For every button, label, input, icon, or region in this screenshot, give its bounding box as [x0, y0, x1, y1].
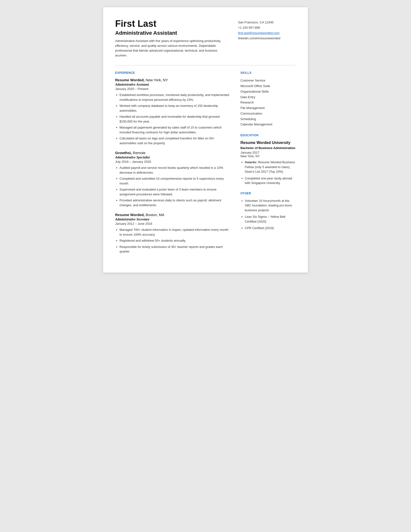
candidate-summary: Administrative Assistant with five years… — [115, 38, 228, 58]
other-bullets: Volunteer 10 hours/month at the ABC foun… — [240, 199, 296, 230]
edu-location: New York, NY — [240, 154, 296, 158]
job-block-2: Growthsi, Remote Administrative Speciali… — [115, 151, 231, 207]
job-1-bullets: Established workflow processes, monitore… — [115, 93, 231, 145]
bullet-item: Supervised and evaluated a junior team o… — [115, 187, 231, 197]
top-left: First Last Administrative Assistant Admi… — [115, 19, 238, 58]
bullet-item: Completed and submitted 10 comprehensive… — [115, 176, 231, 186]
edu-bullets: Awards: Resume Worded Business Fellow (o… — [240, 160, 296, 185]
linkedin: linkedin.com/in/resumeworded — [238, 36, 296, 41]
bullet-item: Provided administrative services daily t… — [115, 198, 231, 207]
job-3-dates: January 2012 – June 2016 — [115, 222, 231, 226]
skill-item: Organizational Skills — [240, 89, 296, 95]
bullet-item: Audited payroll and service record books… — [115, 165, 231, 175]
job-1-title: Administrative Assistant — [115, 83, 231, 86]
other-bullet-1: Volunteer 10 hours/month at the ABC foun… — [240, 199, 296, 213]
job-3-bullets: Managed 700+ student information in Aspe… — [115, 228, 231, 254]
edu-school: Resume Worded University — [240, 140, 296, 145]
bullet-item: Calculated all taxes on tags and complet… — [115, 136, 231, 145]
job-3-company-line: Resume Worded, Boston, MA — [115, 213, 231, 217]
address: San Francisco, CA 12345 — [238, 20, 296, 25]
skill-item: Communication — [240, 111, 296, 116]
job-block-3: Resume Worded, Boston, MA Administrative… — [115, 213, 231, 254]
job-1-company-rest: New York, NY — [145, 78, 168, 82]
skills-section-title: SKILLS — [240, 71, 296, 75]
job-2-dates: July 2016 – January 2020 — [115, 160, 231, 163]
skill-item: Data Entry — [240, 95, 296, 100]
edu-date: January 2017 — [240, 151, 296, 154]
skill-item: Customer Service — [240, 78, 296, 84]
job-1-company-line: Resume Worded, New York, NY — [115, 78, 231, 82]
other-section: OTHER Volunteer 10 hours/month at the AB… — [240, 192, 296, 230]
job-2-bullets: Audited payroll and service record books… — [115, 165, 231, 207]
skills-section: SKILLS Customer Service Microsoft Office… — [240, 71, 296, 127]
job-1-company: Resume Worded, — [115, 78, 145, 82]
job-3-company: Resume Worded, — [115, 213, 145, 217]
skills-list: Customer Service Microsoft Office Suite … — [240, 78, 296, 127]
candidate-name: First Last — [115, 19, 228, 29]
experience-section-title: EXPERIENCE — [115, 71, 231, 75]
education-section: EDUCATION Resume Worded University Bache… — [240, 133, 296, 185]
skill-item: Microsoft Office Suite — [240, 84, 296, 89]
edu-bullet-1-bold: Awards: — [245, 160, 257, 164]
bullet-item: Worked with company database to keep an … — [115, 104, 231, 113]
job-2-company-line: Growthsi, Remote — [115, 151, 231, 155]
other-section-title: OTHER — [240, 192, 296, 195]
candidate-title: Administrative Assistant — [115, 30, 228, 36]
skill-item: File Management — [240, 105, 296, 111]
edu-bullet-1: Awards: Resume Worded Business Fellow (o… — [240, 160, 296, 174]
resume-page: First Last Administrative Assistant Admi… — [103, 7, 308, 273]
job-3-title: Administrative Secretary — [115, 218, 231, 221]
edu-bullet-2-text: Completed one-year study abroad with Sin… — [245, 177, 292, 185]
skill-item: Scheduling — [240, 116, 296, 122]
education-section-title: EDUCATION — [240, 133, 296, 137]
phone: +1 234 567-890 — [238, 25, 296, 30]
bullet-item: Managed all paperwork generated by sales… — [115, 125, 231, 134]
job-2-company-rest: Remote — [132, 151, 146, 155]
job-1-dates: January 2020 – Present — [115, 87, 231, 91]
skill-item: Research — [240, 100, 296, 105]
right-column: SKILLS Customer Service Microsoft Office… — [240, 70, 296, 259]
bullet-item: Established workflow processes, monitore… — [115, 93, 231, 102]
bullet-item: Responsible for timely submission of 30+… — [115, 245, 231, 254]
email-link[interactable]: first.last@resumeworded.com — [238, 31, 279, 35]
edu-bullet-2: Completed one-year study abroad with Sin… — [240, 176, 296, 185]
contact-info: San Francisco, CA 12345 +1 234 567-890 f… — [238, 19, 296, 58]
edu-degree: Bachelor of Business Administration — [240, 146, 296, 150]
bullet-item: Handled all accounts payable and receiva… — [115, 114, 231, 124]
left-column: EXPERIENCE Resume Worded, New York, NY A… — [115, 70, 231, 259]
other-bullet-3: CPR Certified (2019) — [240, 226, 296, 230]
skill-item: Calendar Management — [240, 122, 296, 127]
bullet-item: Registered and withdrew 50+ students ann… — [115, 238, 231, 243]
other-bullet-2: Lean Six Sigma – Yellow Belt Certified (… — [240, 214, 296, 224]
divider — [115, 65, 296, 65]
job-2-title: Administrative Specialist — [115, 156, 231, 159]
job-2-company: Growthsi, — [115, 151, 132, 155]
top-section: First Last Administrative Assistant Admi… — [115, 19, 296, 58]
email[interactable]: first.last@resumeworded.com — [238, 30, 296, 36]
main-content: EXPERIENCE Resume Worded, New York, NY A… — [115, 70, 296, 259]
job-block-1: Resume Worded, New York, NY Administrati… — [115, 78, 231, 145]
job-3-company-rest: Boston, MA — [145, 213, 164, 217]
bullet-item: Managed 700+ student information in Aspe… — [115, 228, 231, 237]
